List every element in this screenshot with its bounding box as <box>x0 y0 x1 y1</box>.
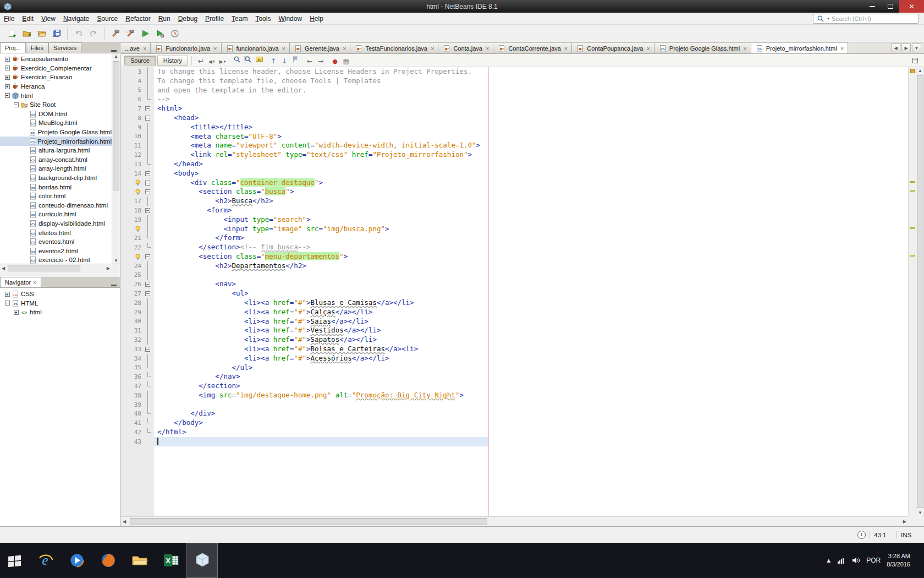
panel-tab-files[interactable]: Files <box>26 42 48 53</box>
new-file-button[interactable] <box>4 26 19 41</box>
code-line[interactable]: 33− <li><a href="#">Bolsas e Carteiras</… <box>121 345 908 354</box>
network-icon[interactable] <box>837 556 845 565</box>
project-tree-item[interactable]: <>Projeto_mirrorfashion.html <box>0 137 112 146</box>
collapse-icon[interactable]: − <box>3 301 11 306</box>
editor-tab[interactable]: <>Projeto_mirrorfashion.html× <box>751 42 848 53</box>
menu-edit[interactable]: Edit <box>18 13 37 24</box>
open-project-button[interactable] <box>34 26 49 41</box>
memory-icon[interactable]: ▦ <box>340 56 351 66</box>
code-line[interactable]: 41 </body> <box>121 418 908 428</box>
code-line[interactable]: − <section class="menu-departamentos"> <box>121 252 908 261</box>
editor-tab[interactable]: ...ave× <box>121 42 151 53</box>
tab-close-icon[interactable]: × <box>840 45 844 52</box>
scrollbar-thumb[interactable] <box>8 265 80 271</box>
code-line[interactable]: 19 <input type="search"> <box>121 215 908 225</box>
project-tree-item[interactable]: +Heranca <box>0 82 112 91</box>
redo-button[interactable] <box>86 26 101 41</box>
tab-close-icon[interactable]: × <box>646 45 650 52</box>
menu-help[interactable]: Help <box>306 13 327 24</box>
code-line[interactable]: 27− <ul> <box>121 289 908 298</box>
code-line[interactable]: 32 <li><a href="#">Sapatos</a></li> <box>121 335 908 345</box>
history-view-button[interactable]: History <box>157 56 188 66</box>
scroll-right-icon[interactable]: ▶ <box>107 266 110 271</box>
scroll-up-icon[interactable]: ▲ <box>112 54 120 59</box>
expand-icon[interactable]: + <box>3 75 11 80</box>
expand-icon[interactable]: + <box>3 292 11 297</box>
project-tree-item[interactable]: <>Projeto Google Glass.html <box>0 128 112 137</box>
code-line[interactable]: − <div class="container destaque"> <box>121 178 908 188</box>
code-editor[interactable]: 3To change this license header, choose L… <box>121 67 908 516</box>
clock[interactable]: 3:28 AM 8/3/2016 <box>887 552 910 569</box>
profile-button[interactable] <box>167 26 182 41</box>
menu-tools[interactable]: Tools <box>251 13 274 24</box>
toggle-bookmark-icon[interactable] <box>290 54 301 64</box>
navigator-tree-item[interactable]: −<>HTML <box>0 299 120 308</box>
forward-icon[interactable]: ▶▼ <box>217 57 228 67</box>
hidden-icons-icon[interactable]: ▲ <box>827 556 831 565</box>
menu-source[interactable]: Source <box>93 13 122 24</box>
code-line[interactable]: 29 <li><a href="#">Calças</a></li> <box>121 308 908 317</box>
menu-run[interactable]: Run <box>155 13 174 24</box>
expand-icon[interactable]: + <box>3 84 11 89</box>
menu-team[interactable]: Team <box>228 13 251 24</box>
editor-tab[interactable]: ContaPoupanca.java× <box>572 42 654 53</box>
scroll-left-icon[interactable]: ◀ <box>2 266 5 271</box>
code-line[interactable]: 12 <link rel="stylesheet" type="text/css… <box>121 150 908 160</box>
editor-tab[interactable]: Gerente.java× <box>290 42 350 53</box>
editor-tab[interactable]: TestaFuncionarios.java× <box>350 42 438 53</box>
language-indicator[interactable]: POR <box>866 557 881 564</box>
firefox-taskbar-button[interactable] <box>92 543 124 578</box>
warning-mark[interactable] <box>910 181 915 183</box>
project-tree-item[interactable]: +Exercicio_Fixacao <box>0 73 112 82</box>
save-all-button[interactable] <box>49 26 64 41</box>
editor-vertical-scrollbar[interactable]: ▲ ▼ <box>916 67 924 516</box>
scroll-left-icon[interactable]: ◀ <box>123 519 126 524</box>
navigator-tree-item[interactable]: +<>html <box>0 308 120 317</box>
tab-close-icon[interactable]: × <box>486 45 489 52</box>
tab-close-icon[interactable]: × <box>282 45 285 52</box>
code-line[interactable]: 31 <li><a href="#">Vestidos</a></li> <box>121 326 908 335</box>
editor-tab[interactable]: ContaCorrente.java× <box>493 42 572 53</box>
menu-debug[interactable]: Debug <box>174 13 201 24</box>
notifications-icon[interactable]: 1 <box>857 531 866 539</box>
project-tree-item[interactable]: <>conteudo-dimensao.html <box>0 201 112 210</box>
project-tree-item[interactable]: <>exercicio - 02.html <box>0 255 112 264</box>
menu-file[interactable]: File <box>0 13 18 24</box>
editor-tab[interactable]: funcionario.java× <box>222 42 290 53</box>
expand-icon[interactable]: + <box>3 57 11 62</box>
panel-tab-proj[interactable]: Proj... <box>0 42 26 53</box>
maximize-button[interactable] <box>881 0 899 13</box>
warning-mark[interactable] <box>910 255 915 257</box>
menu-navigate[interactable]: Navigate <box>59 13 93 24</box>
code-line[interactable]: 42</html> <box>121 428 908 437</box>
warning-mark[interactable] <box>910 227 915 229</box>
editor-tab[interactable]: <>Projeto Google Glass.html× <box>654 42 751 53</box>
editor-tab[interactable]: Funcionario.java× <box>151 42 221 53</box>
close-button[interactable]: ✕ <box>899 0 924 13</box>
tab-close-icon[interactable]: × <box>564 45 568 52</box>
project-tree-item[interactable]: <>array-length.html <box>0 164 112 173</box>
code-line[interactable]: 14− <body> <box>121 169 908 178</box>
tab-close-icon[interactable]: × <box>213 45 217 52</box>
code-line[interactable]: 35 </ul> <box>121 363 908 373</box>
minimize-panel-icon[interactable]: ▬ <box>111 47 117 53</box>
menu-refactor[interactable]: Refactor <box>122 13 154 24</box>
code-line[interactable]: 5and open the template in the editor. <box>121 86 908 95</box>
next-bookmark-icon[interactable]: ↓ <box>279 56 290 66</box>
tab-close-icon[interactable]: × <box>143 45 146 52</box>
panel-tab-services[interactable]: Services <box>48 42 81 53</box>
undo-button[interactable] <box>71 26 86 41</box>
scroll-tabs-right-icon[interactable]: ▶ <box>901 43 911 52</box>
macro-record-icon[interactable]: ● <box>329 56 340 67</box>
editor-tab[interactable]: Conta.java× <box>438 42 493 53</box>
collapse-icon[interactable]: − <box>3 93 11 98</box>
netbeans-taskbar-button[interactable] <box>186 543 218 578</box>
code-line[interactable]: 22 </section><!-- fim busca--> <box>121 243 908 252</box>
previous-bookmark-icon[interactable]: ↑ <box>268 56 279 66</box>
tab-navigator[interactable]: Navigator × <box>0 277 41 287</box>
source-view-button[interactable]: Source <box>124 56 156 66</box>
code-line[interactable]: <input type="image" src="img/busca.png"> <box>121 225 908 234</box>
tab-close-icon[interactable]: × <box>431 45 434 52</box>
code-line[interactable]: 34 <li><a href="#">Acessórios</a></li> <box>121 354 908 363</box>
code-line[interactable]: 13 </head> <box>121 160 908 169</box>
